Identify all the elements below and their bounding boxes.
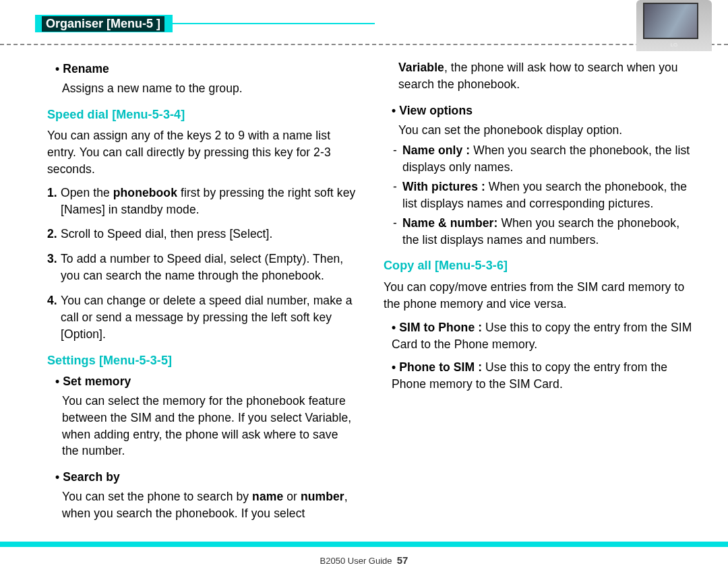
step-4: 4.You can change or delete a speed dial … [61, 292, 357, 343]
footer-accent-bar [0, 542, 728, 547]
step-1: 1.Open the phonebook first by pressing t… [61, 185, 357, 218]
footer: B2050 User Guide 57 [0, 554, 728, 566]
speeddial-para: You can assign any of the keys 2 to 9 wi… [47, 127, 357, 178]
rename-desc: Assigns a new name to the group. [62, 80, 357, 97]
viewoptions-desc: You can set the phonebook display option… [398, 122, 693, 139]
header-accent-line [173, 23, 375, 24]
bullet-rename: Rename [55, 61, 357, 77]
option-withpictures: -With pictures : When you search the pho… [402, 179, 693, 212]
copyall-para: You can copy/move entries from the SIM c… [384, 279, 693, 313]
section-tab: Organiser [Menu-5 ] [35, 15, 173, 32]
setmemory-desc: You can select the memory for the phoneb… [62, 393, 357, 459]
step-2: 2.Scroll to Speed dial, then press [Sele… [61, 226, 357, 243]
bullet-setmemory: Set memory [55, 373, 357, 390]
speeddial-heading: Speed dial [Menu-5-3-4] [47, 106, 357, 124]
bullet-sim2phone: SIM to Phone : Use this to copy the entr… [392, 319, 693, 353]
copyall-heading: Copy all [Menu-5-3-6] [384, 257, 693, 275]
bullet-viewoptions: View options [392, 102, 693, 119]
header-bar: Organiser [Menu-5 ] [35, 15, 728, 32]
bullet-searchby: Search by [55, 469, 357, 486]
bullet-phone2sim: Phone to SIM : Use this to copy the entr… [392, 359, 693, 393]
settings-heading: Settings [Menu-5-3-5] [47, 352, 357, 370]
option-namenumber: -Name & number: When you search the phon… [402, 215, 693, 249]
step-3: 3.To add a number to Speed dial, select … [61, 251, 357, 284]
footer-guide-label: B2050 User Guide [320, 556, 392, 566]
option-nameonly: -Name only : When you search the phonebo… [402, 142, 693, 176]
header-dashed-line [0, 44, 728, 45]
speeddial-steps: 1.Open the phonebook first by pressing t… [47, 185, 357, 343]
phone-illustration: LG [636, 0, 712, 51]
content-area: Rename Assigns a new name to the group. … [47, 59, 693, 528]
section-title: Organiser [Menu-5 ] [42, 16, 164, 32]
phone-brand-label: LG [636, 42, 712, 48]
page-number: 57 [397, 554, 408, 566]
